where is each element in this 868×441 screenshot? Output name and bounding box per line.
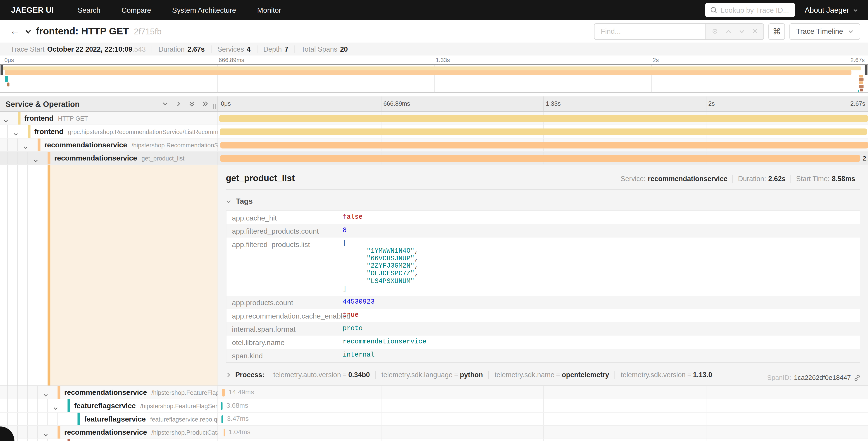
timeline-grid-header: Service & Operation 0μs666.89ms1.33s2s2.…	[0, 96, 868, 112]
focus-target-icon[interactable]	[711, 28, 719, 35]
span-name-label[interactable]: recommendationservice/hipstershop.Recomm…	[44, 139, 218, 151]
find-input[interactable]	[595, 24, 705, 39]
span-row: recommendationserviceget_product_list2.6…	[0, 152, 868, 165]
trace-id-lookup-input[interactable]	[720, 6, 790, 14]
expand-all-double-chevron-right-icon[interactable]	[202, 101, 209, 107]
keyboard-shortcuts-button[interactable]: ⌘	[769, 23, 785, 40]
collapse-all-double-chevron-down-icon[interactable]	[189, 100, 195, 107]
tag-row[interactable]: app.products.count44530923	[226, 295, 860, 309]
find-clear-icon[interactable]: ✕	[752, 27, 758, 35]
span-collapse-chevron-icon[interactable]	[13, 129, 18, 139]
span-collapse-chevron-icon[interactable]	[23, 142, 28, 152]
process-item: telemetry.sdk.name=opentelemetry	[489, 371, 615, 379]
tag-row[interactable]: app.filtered_products.list[ "1YMWWN1N4O"…	[226, 238, 860, 296]
find-next-chevron-down-icon[interactable]	[739, 28, 745, 35]
span-timeline-cell[interactable]: 1.04ms	[218, 426, 868, 439]
span-timeline-cell[interactable]: 3.68ms	[218, 399, 868, 413]
tags-section-toggle[interactable]: Tags	[226, 197, 860, 206]
span-name-label[interactable]: frontendgrpc.hipstershop.RecommendationS…	[34, 125, 218, 138]
span-name-label[interactable]: recommendationserviceget_product_list	[54, 152, 185, 164]
tag-list-item: "2ZYFJ3GM2N"	[367, 262, 414, 270]
tag-value: 44530923	[343, 298, 374, 305]
span-duration-tick	[222, 389, 225, 396]
span-detail-row: get_product_list Service:recommendations…	[0, 165, 868, 386]
span-tree-cell[interactable]: recommendationservice/hipstershop.Featur…	[0, 386, 218, 399]
span-duration-bar[interactable]	[220, 142, 868, 148]
nav-item-monitor[interactable]: Monitor	[247, 6, 292, 14]
expand-one-chevron-right-icon[interactable]	[176, 101, 182, 107]
span-collapse-chevron-icon[interactable]	[43, 390, 48, 399]
column-resize-grip[interactable]	[213, 104, 216, 109]
span-timeline-cell[interactable]: 2.62s	[218, 152, 868, 165]
collapse-trace-chevron-icon[interactable]	[25, 27, 32, 35]
span-timeline-cell[interactable]: 14.49ms	[218, 386, 868, 399]
tag-row[interactable]: app.cache_hitfalse	[226, 211, 860, 224]
span-timeline-cell[interactable]	[218, 439, 868, 441]
span-tree-cell[interactable]: featureflagservicefeatureflagservice.rep…	[0, 413, 218, 426]
span-timeline-cell[interactable]	[218, 112, 868, 125]
minimap-drag-handle-left[interactable]	[0, 65, 3, 75]
tag-row[interactable]: otel.library.namerecommendationservice	[226, 335, 860, 349]
timeline-gridline	[706, 399, 706, 412]
trace-header: ← frontend: HTTP GET 2f715fb ✕ ⌘ Trace T…	[0, 20, 868, 43]
span-service-name: featureflagservice	[84, 415, 146, 423]
tag-key: app.cache_hit	[232, 213, 343, 222]
span-color-bar	[28, 125, 30, 138]
process-item: telemetry.sdk.version=1.13.0	[615, 371, 718, 379]
span-id-row: SpanID: 1ca2262df0e18447	[767, 374, 861, 381]
span-duration-bar[interactable]	[219, 115, 868, 122]
span-tree-cell[interactable]	[0, 439, 218, 441]
span-timeline-cell[interactable]: 3.47ms	[218, 413, 868, 426]
tag-row[interactable]: span.kindinternal	[226, 349, 860, 362]
span-collapse-chevron-icon[interactable]	[53, 403, 58, 413]
link-icon[interactable]	[854, 374, 861, 381]
trace-meta-item: Depth7	[257, 45, 294, 53]
find-prev-chevron-up-icon[interactable]	[725, 28, 732, 35]
span-name-label[interactable]: frontendHTTP GET	[25, 112, 88, 124]
span-collapse-chevron-icon[interactable]	[33, 155, 38, 165]
span-name-label[interactable]	[74, 439, 79, 441]
app-brand[interactable]: JAEGER UI	[0, 5, 67, 14]
tag-row[interactable]: app.filtered_products.count8	[226, 224, 860, 238]
nav-item-system-architecture[interactable]: System Architecture	[161, 6, 247, 14]
trace-meta-label: Depth	[264, 45, 282, 53]
back-button[interactable]: ←	[5, 26, 24, 37]
tag-row[interactable]: internal.span.formatproto	[226, 322, 860, 335]
span-tree-cell[interactable]: frontendHTTP GET	[0, 112, 218, 125]
span-tree-cell[interactable]: featureflagservice/hipstershop.FeatureFl…	[0, 399, 218, 413]
span-duration-bar[interactable]	[220, 155, 861, 161]
top-nav: JAEGER UI SearchCompareSystem Architectu…	[0, 0, 868, 20]
span-timeline-cell[interactable]	[218, 139, 868, 152]
span-operation-name: featureflagservice.repo.query:fe...	[150, 416, 218, 422]
trace-meta-value: 7	[285, 45, 288, 53]
span-tree-cell[interactable]: recommendationservice/hipstershop.Produc…	[0, 426, 218, 439]
minimap-drag-handle-right[interactable]	[865, 65, 867, 75]
span-tree-cell[interactable]: frontendgrpc.hipstershop.RecommendationS…	[0, 125, 218, 139]
span-name-label[interactable]: recommendationservice/hipstershop.Produc…	[64, 426, 218, 439]
span-collapse-chevron-icon[interactable]	[43, 430, 48, 439]
tag-list-item: "1YMWWN1N4O"	[367, 247, 414, 255]
trace-id-lookup[interactable]	[705, 3, 795, 17]
about-jaeger-menu[interactable]: About Jaeger	[805, 6, 858, 14]
nav-item-compare[interactable]: Compare	[111, 6, 161, 14]
span-color-bar	[18, 112, 20, 124]
span-tree-cell[interactable]: recommendationservice/hipstershop.Recomm…	[0, 139, 218, 152]
trace-meta-item: Services4	[211, 45, 257, 53]
collapse-one-chevron-down-icon[interactable]	[162, 101, 168, 107]
trace-meta-value: 4	[247, 45, 250, 53]
tag-row[interactable]: app.recommendation.cache_enabledtrue	[226, 309, 860, 322]
span-name-label[interactable]: featureflagservicefeatureflagservice.rep…	[84, 413, 218, 425]
span-tree-cell[interactable]: recommendationserviceget_product_list	[0, 152, 218, 165]
trace-view-selector[interactable]: Trace Timeline	[789, 23, 860, 40]
nav-item-search[interactable]: Search	[67, 6, 111, 14]
tag-key: internal.span.format	[232, 324, 343, 333]
span-timeline-cell[interactable]	[218, 125, 868, 139]
span-collapse-chevron-icon[interactable]	[3, 116, 8, 125]
minimap-canvas[interactable]	[0, 64, 868, 93]
process-row[interactable]: Process: telemetry.auto.version=0.34b0te…	[226, 371, 860, 379]
span-name-label[interactable]: recommendationservice/hipstershop.Featur…	[64, 386, 218, 399]
indent-guide	[17, 152, 18, 164]
span-duration-bar[interactable]	[220, 128, 867, 135]
span-name-label[interactable]: featureflagservice/hipstershop.FeatureFl…	[74, 399, 218, 412]
minimap-ruler-label: 1.33s	[436, 57, 450, 63]
